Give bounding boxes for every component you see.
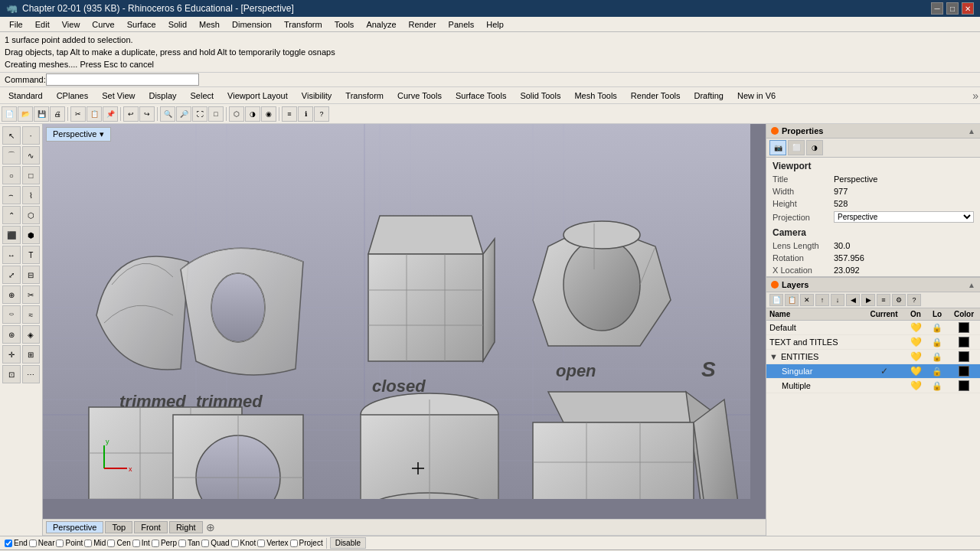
layer-settings-btn[interactable]: ⚙: [892, 294, 906, 306]
layer-row-singular[interactable]: Singular ✓ 💛 🔒: [766, 364, 980, 379]
osnap-perp[interactable]: Perp: [152, 539, 177, 547]
osnap-point-checkbox[interactable]: [56, 540, 64, 547]
tb-help[interactable]: ?: [314, 106, 329, 122]
osnap-project-checkbox[interactable]: [290, 540, 298, 547]
layer-delete-btn[interactable]: ✕: [800, 294, 814, 306]
tool-point[interactable]: ·: [22, 126, 41, 145]
vp-tab-perspective[interactable]: Perspective: [46, 521, 103, 533]
osnap-knot[interactable]: Knot: [231, 539, 256, 547]
layer-color-entities[interactable]: [948, 351, 980, 362]
layer-new-btn[interactable]: 📄: [769, 294, 783, 306]
layer-row-multiple[interactable]: Multiple 💛 🔒: [766, 379, 980, 393]
osnap-point[interactable]: Point: [56, 539, 83, 547]
tool-mirror[interactable]: ⊟: [22, 266, 41, 284]
properties-collapse-icon[interactable]: ▲: [968, 127, 975, 135]
layer-new-sublayer-btn[interactable]: 📋: [785, 294, 799, 306]
osnap-int[interactable]: Int: [132, 539, 150, 547]
osnap-int-checkbox[interactable]: [132, 540, 140, 547]
tab-curve-tools[interactable]: Curve Tools: [390, 89, 449, 103]
layer-color-text[interactable]: [948, 337, 980, 347]
osnap-vertex-checkbox[interactable]: [257, 540, 265, 547]
title-bar-controls[interactable]: ─ □ ✕: [931, 2, 974, 15]
tool-gumball[interactable]: ✛: [2, 345, 21, 364]
maximize-button[interactable]: □: [946, 2, 959, 15]
layer-help-btn[interactable]: ?: [907, 294, 921, 306]
osnap-tan-checkbox[interactable]: [178, 540, 186, 547]
tool-display2[interactable]: ◈: [22, 325, 41, 344]
menu-help[interactable]: Help: [480, 18, 510, 31]
tool-blend[interactable]: ≈: [22, 305, 41, 324]
osnap-mid[interactable]: Mid: [84, 539, 106, 547]
vp-tab-top[interactable]: Top: [105, 521, 132, 533]
tool-dim[interactable]: ↔: [2, 246, 21, 264]
tab-standard[interactable]: Standard: [2, 89, 50, 103]
viewport[interactable]: Perspective ▾: [43, 124, 766, 536]
osnap-mid-checkbox[interactable]: [84, 540, 92, 547]
viewport-tab-perspective[interactable]: Perspective ▾: [46, 127, 111, 142]
tb-save[interactable]: 💾: [34, 106, 49, 122]
tb-redo[interactable]: ↪: [139, 106, 155, 122]
osnap-cen-checkbox[interactable]: [107, 540, 115, 547]
tb-undo[interactable]: ↩: [123, 106, 139, 122]
command-input[interactable]: [46, 73, 199, 86]
vp-tabs-add-icon[interactable]: ⊕: [206, 521, 215, 533]
tb-open[interactable]: 📂: [18, 106, 33, 122]
menu-render[interactable]: Render: [403, 18, 443, 31]
tab-visibility[interactable]: Visibility: [295, 89, 339, 103]
layer-color-multiple[interactable]: [948, 380, 980, 391]
menu-panels[interactable]: Panels: [443, 18, 481, 31]
close-button[interactable]: ✕: [962, 2, 974, 15]
tool-trim[interactable]: ✂: [22, 285, 41, 304]
toolbar-expand-icon[interactable]: »: [972, 90, 978, 102]
tb-paste[interactable]: 📌: [103, 106, 118, 122]
tool-fillet[interactable]: ⌔: [2, 305, 21, 324]
layer-row-entities[interactable]: ▼ ENTITIES 💛 🔒: [766, 350, 980, 364]
menu-surface[interactable]: Surface: [121, 18, 162, 31]
prop-tab-camera[interactable]: 📷: [769, 140, 786, 155]
layer-left-btn[interactable]: ◀: [846, 294, 860, 306]
prop-tab-material[interactable]: ◑: [806, 140, 823, 155]
menu-view[interactable]: View: [56, 18, 87, 31]
minimize-button[interactable]: ─: [931, 2, 943, 15]
tool-transform[interactable]: ⤢: [2, 266, 21, 284]
tool-curve[interactable]: ⌒: [2, 146, 21, 165]
layer-on-text[interactable]: 💛: [905, 337, 926, 347]
tool-freeform[interactable]: ⌃: [2, 206, 21, 224]
menu-mesh[interactable]: Mesh: [193, 18, 226, 31]
tb-layer[interactable]: ≡: [282, 106, 297, 122]
tool-rect[interactable]: □: [22, 166, 41, 184]
entities-expand-icon[interactable]: ▼: [769, 352, 778, 361]
tool-mesh[interactable]: ⬢: [22, 226, 41, 244]
vp-tab-right[interactable]: Right: [169, 521, 203, 533]
tb-render[interactable]: ◉: [261, 106, 276, 122]
tool-polyline[interactable]: ⌇: [22, 186, 41, 204]
osnap-quad-checkbox[interactable]: [201, 540, 209, 547]
layer-down-btn[interactable]: ↓: [831, 294, 844, 306]
tab-cplanes[interactable]: CPlanes: [50, 89, 96, 103]
layer-up-btn[interactable]: ↑: [815, 294, 829, 306]
tb-cut[interactable]: ✂: [70, 106, 86, 122]
tool-snap[interactable]: ⊞: [22, 345, 41, 364]
tool-boolean[interactable]: ⊕: [2, 285, 21, 304]
tool-analyze[interactable]: ⊛: [2, 325, 21, 344]
osnap-end-checkbox[interactable]: [5, 540, 12, 547]
tool-circle[interactable]: ○: [2, 166, 21, 184]
layer-row-default[interactable]: Default 💛 🔒: [766, 321, 980, 335]
menu-solid[interactable]: Solid: [162, 18, 193, 31]
tool-curve2[interactable]: ∿: [22, 146, 41, 165]
layer-on-multiple[interactable]: 💛: [905, 380, 926, 391]
menu-tools[interactable]: Tools: [328, 18, 361, 31]
layer-lo-singular[interactable]: 🔒: [926, 367, 948, 377]
menu-file[interactable]: File: [3, 18, 29, 31]
layer-filter-btn[interactable]: ≡: [877, 294, 890, 306]
tool-arc[interactable]: ⌢: [2, 186, 21, 204]
tool-grid[interactable]: ⊡: [2, 365, 21, 383]
osnap-quad[interactable]: Quad: [201, 539, 229, 547]
tool-more[interactable]: ⋯: [22, 365, 41, 383]
osnap-near-checkbox[interactable]: [29, 540, 37, 547]
tb-shade[interactable]: ◑: [245, 106, 260, 122]
tab-new-in-v6[interactable]: New in V6: [730, 89, 782, 103]
tab-transform[interactable]: Transform: [338, 89, 390, 103]
tb-obj-props[interactable]: ℹ: [298, 106, 313, 122]
tb-new[interactable]: 📄: [2, 106, 17, 122]
